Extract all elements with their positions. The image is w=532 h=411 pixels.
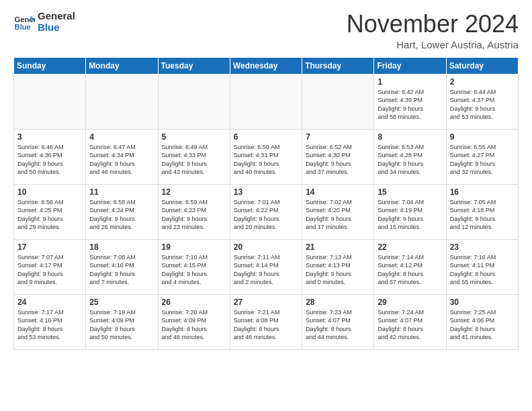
calendar-cell: 29Sunrise: 7:24 AM Sunset: 4:07 PM Dayli… xyxy=(374,294,446,349)
calendar-cell: 3Sunrise: 6:46 AM Sunset: 4:36 PM Daylig… xyxy=(14,129,86,184)
day-info: Sunrise: 7:13 AM Sunset: 4:13 PM Dayligh… xyxy=(306,253,370,287)
day-info: Sunrise: 7:17 AM Sunset: 4:10 PM Dayligh… xyxy=(17,308,82,342)
calendar-cell xyxy=(158,74,230,129)
logo: General Blue General Blue xyxy=(13,11,75,33)
day-number: 1 xyxy=(378,77,442,87)
day-number: 22 xyxy=(378,242,442,252)
header: General Blue General Blue November 2024 … xyxy=(13,11,519,50)
day-info: Sunrise: 6:50 AM Sunset: 4:31 PM Dayligh… xyxy=(234,143,298,177)
calendar-cell: 25Sunrise: 7:19 AM Sunset: 4:09 PM Dayli… xyxy=(86,294,158,349)
calendar: SundayMondayTuesdayWednesdayThursdayFrid… xyxy=(13,57,519,350)
calendar-cell: 11Sunrise: 6:58 AM Sunset: 4:24 PM Dayli… xyxy=(86,184,158,239)
day-number: 27 xyxy=(234,298,298,307)
day-info: Sunrise: 7:23 AM Sunset: 4:07 PM Dayligh… xyxy=(306,308,370,342)
calendar-cell: 13Sunrise: 7:01 AM Sunset: 4:22 PM Dayli… xyxy=(230,184,302,239)
day-info: Sunrise: 7:01 AM Sunset: 4:22 PM Dayligh… xyxy=(234,198,298,232)
calendar-cell: 24Sunrise: 7:17 AM Sunset: 4:10 PM Dayli… xyxy=(14,294,86,349)
calendar-cell: 2Sunrise: 6:44 AM Sunset: 4:37 PM Daylig… xyxy=(446,74,518,129)
weekday-header: Monday xyxy=(86,57,158,74)
day-number: 8 xyxy=(378,132,442,142)
calendar-cell: 19Sunrise: 7:10 AM Sunset: 4:15 PM Dayli… xyxy=(158,239,230,294)
logo-general: General xyxy=(38,11,75,22)
svg-text:Blue: Blue xyxy=(15,23,31,31)
day-info: Sunrise: 6:49 AM Sunset: 4:33 PM Dayligh… xyxy=(162,143,226,177)
logo-icon: General Blue xyxy=(13,11,35,33)
calendar-cell: 22Sunrise: 7:14 AM Sunset: 4:12 PM Dayli… xyxy=(374,239,446,294)
calendar-cell: 20Sunrise: 7:11 AM Sunset: 4:14 PM Dayli… xyxy=(230,239,302,294)
weekday-header: Saturday xyxy=(446,57,518,74)
day-number: 2 xyxy=(450,77,515,87)
day-info: Sunrise: 7:16 AM Sunset: 4:11 PM Dayligh… xyxy=(450,253,515,287)
month-title: November 2024 xyxy=(347,11,519,38)
day-info: Sunrise: 6:56 AM Sunset: 4:25 PM Dayligh… xyxy=(17,198,82,232)
day-info: Sunrise: 7:20 AM Sunset: 4:09 PM Dayligh… xyxy=(162,308,226,342)
day-number: 23 xyxy=(450,242,515,252)
day-number: 20 xyxy=(234,242,298,252)
day-number: 7 xyxy=(306,132,370,142)
day-number: 24 xyxy=(17,298,82,307)
calendar-week-row: 24Sunrise: 7:17 AM Sunset: 4:10 PM Dayli… xyxy=(14,294,519,349)
day-info: Sunrise: 6:53 AM Sunset: 4:28 PM Dayligh… xyxy=(378,143,442,177)
day-info: Sunrise: 6:46 AM Sunset: 4:36 PM Dayligh… xyxy=(17,143,82,177)
calendar-cell: 12Sunrise: 6:59 AM Sunset: 4:23 PM Dayli… xyxy=(158,184,230,239)
calendar-cell: 23Sunrise: 7:16 AM Sunset: 4:11 PM Dayli… xyxy=(446,239,518,294)
calendar-cell: 10Sunrise: 6:56 AM Sunset: 4:25 PM Dayli… xyxy=(14,184,86,239)
calendar-cell xyxy=(230,74,302,129)
day-info: Sunrise: 7:24 AM Sunset: 4:07 PM Dayligh… xyxy=(378,308,442,342)
day-number: 4 xyxy=(89,132,154,142)
day-info: Sunrise: 6:52 AM Sunset: 4:30 PM Dayligh… xyxy=(306,143,370,177)
day-info: Sunrise: 7:04 AM Sunset: 4:19 PM Dayligh… xyxy=(378,198,442,232)
weekday-header-row: SundayMondayTuesdayWednesdayThursdayFrid… xyxy=(14,57,519,74)
calendar-cell: 6Sunrise: 6:50 AM Sunset: 4:31 PM Daylig… xyxy=(230,129,302,184)
day-number: 18 xyxy=(89,242,154,252)
day-number: 9 xyxy=(450,132,515,142)
day-number: 6 xyxy=(234,132,298,142)
day-number: 13 xyxy=(234,187,298,197)
day-number: 14 xyxy=(306,187,370,197)
day-info: Sunrise: 7:10 AM Sunset: 4:15 PM Dayligh… xyxy=(162,253,226,287)
calendar-cell: 28Sunrise: 7:23 AM Sunset: 4:07 PM Dayli… xyxy=(302,294,374,349)
calendar-cell: 8Sunrise: 6:53 AM Sunset: 4:28 PM Daylig… xyxy=(374,129,446,184)
calendar-cell: 4Sunrise: 6:47 AM Sunset: 4:34 PM Daylig… xyxy=(86,129,158,184)
day-info: Sunrise: 6:42 AM Sunset: 4:39 PM Dayligh… xyxy=(378,88,442,122)
title-block: November 2024 Hart, Lower Austria, Austr… xyxy=(347,11,519,50)
calendar-cell: 17Sunrise: 7:07 AM Sunset: 4:17 PM Dayli… xyxy=(14,239,86,294)
calendar-cell: 16Sunrise: 7:05 AM Sunset: 4:18 PM Dayli… xyxy=(446,184,518,239)
day-info: Sunrise: 6:59 AM Sunset: 4:23 PM Dayligh… xyxy=(162,198,226,232)
calendar-cell: 9Sunrise: 6:55 AM Sunset: 4:27 PM Daylig… xyxy=(446,129,518,184)
day-info: Sunrise: 6:47 AM Sunset: 4:34 PM Dayligh… xyxy=(89,143,154,177)
calendar-cell xyxy=(302,74,374,129)
weekday-header: Wednesday xyxy=(230,57,302,74)
day-info: Sunrise: 7:21 AM Sunset: 4:08 PM Dayligh… xyxy=(234,308,298,342)
calendar-cell: 15Sunrise: 7:04 AM Sunset: 4:19 PM Dayli… xyxy=(374,184,446,239)
calendar-cell: 21Sunrise: 7:13 AM Sunset: 4:13 PM Dayli… xyxy=(302,239,374,294)
weekday-header: Friday xyxy=(374,57,446,74)
day-number: 17 xyxy=(17,242,82,252)
day-info: Sunrise: 6:44 AM Sunset: 4:37 PM Dayligh… xyxy=(450,88,515,122)
page: General Blue General Blue November 2024 … xyxy=(0,0,532,357)
day-number: 21 xyxy=(306,242,370,252)
day-info: Sunrise: 7:25 AM Sunset: 4:06 PM Dayligh… xyxy=(450,308,515,342)
calendar-cell xyxy=(86,74,158,129)
day-number: 3 xyxy=(17,132,82,142)
calendar-week-row: 17Sunrise: 7:07 AM Sunset: 4:17 PM Dayli… xyxy=(14,239,519,294)
day-number: 30 xyxy=(450,298,515,307)
calendar-cell: 5Sunrise: 6:49 AM Sunset: 4:33 PM Daylig… xyxy=(158,129,230,184)
calendar-cell: 30Sunrise: 7:25 AM Sunset: 4:06 PM Dayli… xyxy=(446,294,518,349)
day-number: 5 xyxy=(162,132,226,142)
day-info: Sunrise: 7:02 AM Sunset: 4:20 PM Dayligh… xyxy=(306,198,370,232)
day-info: Sunrise: 7:19 AM Sunset: 4:09 PM Dayligh… xyxy=(89,308,154,342)
day-number: 10 xyxy=(17,187,82,197)
calendar-week-row: 1Sunrise: 6:42 AM Sunset: 4:39 PM Daylig… xyxy=(14,74,519,129)
calendar-cell: 1Sunrise: 6:42 AM Sunset: 4:39 PM Daylig… xyxy=(374,74,446,129)
day-number: 29 xyxy=(378,298,442,307)
day-number: 16 xyxy=(450,187,515,197)
day-number: 19 xyxy=(162,242,226,252)
weekday-header: Sunday xyxy=(14,57,86,74)
location-title: Hart, Lower Austria, Austria xyxy=(347,39,519,50)
day-info: Sunrise: 7:05 AM Sunset: 4:18 PM Dayligh… xyxy=(450,198,515,232)
calendar-week-row: 10Sunrise: 6:56 AM Sunset: 4:25 PM Dayli… xyxy=(14,184,519,239)
calendar-week-row: 3Sunrise: 6:46 AM Sunset: 4:36 PM Daylig… xyxy=(14,129,519,184)
weekday-header: Tuesday xyxy=(158,57,230,74)
day-info: Sunrise: 6:55 AM Sunset: 4:27 PM Dayligh… xyxy=(450,143,515,177)
